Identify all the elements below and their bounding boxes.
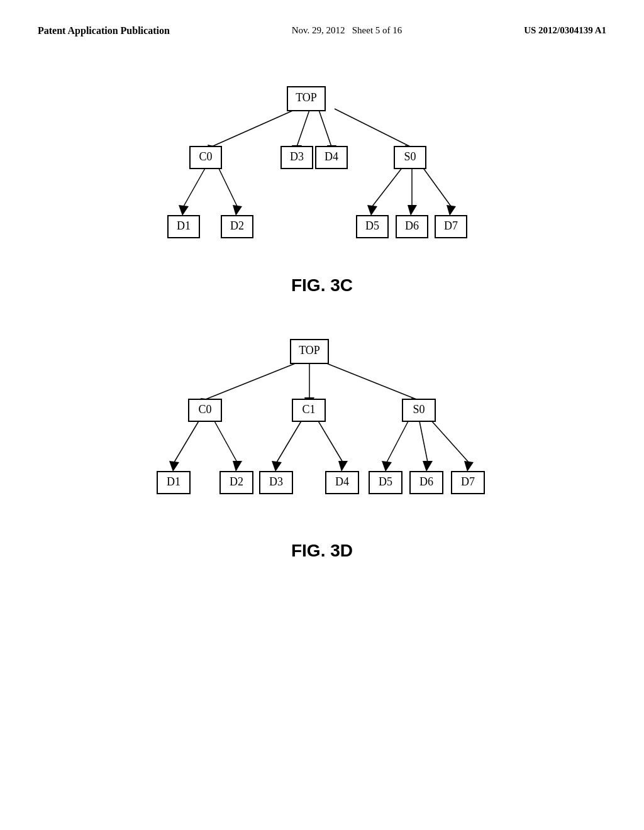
- svg-marker-13: [367, 205, 377, 216]
- d4-node-3c: D4: [325, 150, 338, 163]
- fig3d-container: TOP C0 C1 S0 D1 D2 D3 D4 D5: [77, 327, 567, 580]
- svg-marker-37: [233, 461, 242, 472]
- svg-line-38: [277, 420, 302, 462]
- fig3c-label: FIG. 3C: [102, 275, 542, 296]
- d2-node-3c: D2: [230, 219, 244, 232]
- d3-node-3d: D3: [269, 475, 283, 488]
- d3-node-3c: D3: [290, 150, 304, 163]
- fig3d-svg: TOP C0 C1 S0 D1 D2 D3 D4 D5: [77, 327, 567, 534]
- date: Nov. 29, 2012: [292, 25, 345, 35]
- d4-node-3d: D4: [335, 475, 349, 488]
- d5-node-3c: D5: [365, 219, 379, 232]
- d1-node-3c: D1: [177, 219, 191, 232]
- svg-marker-11: [233, 205, 242, 216]
- d7-node-3c: D7: [444, 219, 458, 232]
- svg-marker-47: [464, 461, 474, 472]
- c0-node-3c: C0: [199, 150, 212, 163]
- svg-line-16: [423, 167, 451, 206]
- c0-node-3d: C0: [198, 403, 211, 416]
- svg-line-8: [184, 167, 206, 206]
- svg-line-44: [419, 421, 428, 462]
- svg-marker-43: [382, 461, 392, 472]
- svg-line-12: [372, 167, 402, 206]
- d6-node-3c: D6: [405, 219, 419, 232]
- c1-node-3d: C1: [302, 403, 315, 416]
- fig3c-svg: TOP C0 D3 D4 S0 D1 D2 D5 D6: [102, 74, 542, 269]
- svg-line-42: [387, 420, 409, 462]
- svg-line-36: [214, 420, 237, 462]
- fig3d-label: FIG. 3D: [77, 541, 567, 561]
- svg-line-4: [319, 110, 331, 147]
- svg-line-2: [297, 110, 309, 147]
- svg-line-46: [431, 420, 469, 462]
- svg-line-40: [318, 420, 343, 462]
- sheet: Sheet 5 of 16: [352, 25, 402, 35]
- svg-marker-41: [338, 461, 348, 472]
- s0-node-3d: S0: [413, 403, 425, 416]
- svg-marker-15: [408, 205, 417, 216]
- d6-node-3d: D6: [419, 475, 433, 488]
- d1-node-3d: D1: [167, 475, 180, 488]
- svg-line-0: [212, 109, 297, 147]
- patent-number: US 2012/0304139 A1: [524, 25, 606, 36]
- svg-line-34: [174, 420, 199, 462]
- d5-node-3d: D5: [379, 475, 392, 488]
- diagram-area: TOP C0 D3 D4 S0 D1 D2 D5 D6: [0, 49, 644, 580]
- d2-node-3d: D2: [230, 475, 243, 488]
- svg-marker-17: [447, 205, 456, 216]
- svg-line-28: [206, 362, 300, 399]
- svg-line-6: [335, 109, 410, 147]
- date-sheet: Nov. 29, 2012 Sheet 5 of 16: [292, 25, 402, 36]
- publication-label: Patent Application Publication: [38, 25, 170, 36]
- svg-line-32: [322, 362, 416, 399]
- page-header: Patent Application Publication Nov. 29, …: [0, 0, 644, 49]
- svg-marker-39: [272, 461, 282, 472]
- svg-marker-45: [423, 461, 433, 472]
- d7-node-3d: D7: [461, 475, 475, 488]
- svg-marker-9: [179, 205, 189, 216]
- svg-line-10: [218, 167, 237, 206]
- top-node-3c: TOP: [296, 91, 317, 104]
- top-node-3d: TOP: [299, 344, 320, 357]
- fig3c-container: TOP C0 D3 D4 S0 D1 D2 D5 D6: [102, 74, 542, 314]
- s0-node-3c: S0: [404, 150, 416, 163]
- svg-marker-35: [169, 461, 179, 472]
